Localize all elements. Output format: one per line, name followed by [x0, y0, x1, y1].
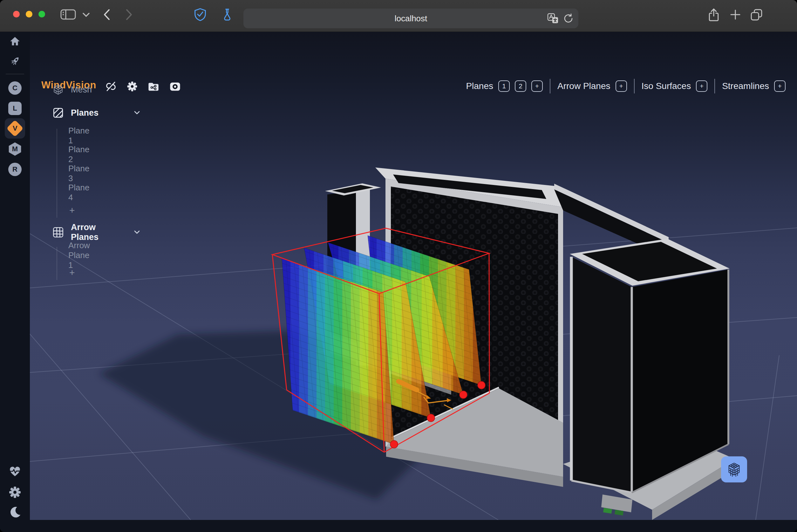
- rail-badge-v-label: V: [13, 124, 18, 133]
- app-page: C L V M R: [0, 32, 797, 532]
- seed-point-4: [478, 381, 485, 389]
- mesh-cube-icon: [53, 84, 64, 95]
- toolbar-chevron-down-icon[interactable]: [83, 13, 90, 17]
- arrow-planes-add-button[interactable]: +: [615, 80, 627, 92]
- experiment-flask-icon[interactable]: [222, 8, 233, 21]
- scene-settings-gear-icon[interactable]: [127, 81, 138, 92]
- rail-badge-c-label: C: [13, 84, 18, 92]
- tree-section-planes[interactable]: Planes: [53, 106, 141, 120]
- arrow-planes-nav-label: Arrow Planes: [557, 81, 610, 91]
- rail-badge-r[interactable]: R: [0, 163, 30, 176]
- tree-item-plane-1[interactable]: Plane 1: [68, 129, 90, 143]
- health-heart-pulse-icon[interactable]: [0, 466, 30, 477]
- nav-separator: [550, 79, 550, 93]
- arrow-planes-chevron-down-icon[interactable]: [133, 228, 141, 237]
- arrow-planes-section-label: Arrow Planes: [71, 223, 126, 242]
- tree-indent-guide: [57, 247, 57, 280]
- screenshot-camera-icon[interactable]: [169, 81, 181, 92]
- visualization-toolbar: Planes 1 2 + Arrow Planes + Iso Surfaces…: [466, 78, 785, 94]
- back-button[interactable]: [103, 9, 111, 20]
- url-text: localhost: [395, 14, 428, 23]
- address-bar[interactable]: localhost: [243, 8, 578, 28]
- tree-item-plane-4[interactable]: Plane 4: [68, 186, 90, 200]
- right-tower: [570, 239, 729, 493]
- minimize-window-button[interactable]: [26, 11, 33, 18]
- nav-group-streamlines: Streamlines +: [722, 80, 785, 92]
- plane-4-label: Plane 4: [68, 183, 90, 203]
- planes-badge-1[interactable]: 1: [498, 80, 510, 92]
- nav-group-arrow-planes: Arrow Planes +: [557, 80, 627, 92]
- settings-gear-icon[interactable]: [0, 486, 30, 499]
- project-folder-git-icon[interactable]: [148, 81, 159, 92]
- streamlines-add-button[interactable]: +: [774, 80, 785, 92]
- home-icon[interactable]: [0, 36, 30, 47]
- plane-3-label: Plane 3: [68, 164, 90, 183]
- new-tab-icon[interactable]: [729, 9, 741, 20]
- planes-chevron-down-icon[interactable]: [133, 108, 141, 117]
- plane-1-label: Plane 1: [68, 126, 90, 146]
- planes-badge-2[interactable]: 2: [515, 80, 526, 92]
- scene-render[interactable]: [30, 32, 797, 520]
- rail-divider: [6, 74, 24, 74]
- add-plane-plus-icon: +: [69, 205, 75, 216]
- tree-item-mesh[interactable]: Mesh: [53, 83, 92, 97]
- close-window-button[interactable]: [13, 11, 20, 18]
- browser-chrome: localhost: [0, 0, 797, 32]
- planes-section-icon: [53, 107, 64, 118]
- add-arrow-plane-plus-icon: +: [69, 267, 75, 278]
- seed-point-1: [390, 440, 398, 448]
- rubik-cube-icon: [725, 460, 743, 478]
- translate-icon[interactable]: [547, 13, 559, 24]
- rocket-icon[interactable]: [0, 55, 30, 68]
- rail-badge-c[interactable]: C: [0, 81, 30, 95]
- streamlines-nav-label: Streamlines: [722, 81, 769, 91]
- tree-item-plane-3[interactable]: Plane 3: [68, 167, 90, 180]
- hide-ui-eye-off-icon[interactable]: [105, 80, 117, 93]
- view-cube-button[interactable]: [721, 456, 747, 482]
- rail-badge-m[interactable]: M: [0, 142, 30, 156]
- rail-badge-v-active[interactable]: V: [0, 118, 30, 138]
- tree-section-arrow-planes[interactable]: Arrow Planes: [53, 225, 141, 239]
- tree-item-plane-2[interactable]: Plane 2: [68, 148, 90, 162]
- mesh-label: Mesh: [71, 85, 92, 95]
- planes-add-button[interactable]: +: [531, 80, 543, 92]
- add-arrow-plane-button[interactable]: +: [69, 266, 75, 280]
- iso-surfaces-add-button[interactable]: +: [696, 80, 707, 92]
- left-rail: C L V M R: [0, 32, 30, 532]
- iso-surfaces-nav-label: Iso Surfaces: [642, 81, 691, 91]
- tree-indent-guide: [57, 129, 57, 218]
- nav-separator: [714, 79, 715, 93]
- arrow-planes-section-icon: [53, 227, 64, 238]
- rail-badge-l-label: L: [13, 104, 17, 113]
- add-plane-button[interactable]: +: [69, 203, 75, 217]
- nav-separator: [634, 79, 634, 93]
- tree-item-arrow-plane-1[interactable]: Arrow Plane 1: [68, 248, 90, 262]
- privacy-shield-icon[interactable]: [194, 8, 207, 21]
- rail-badge-l[interactable]: L: [0, 102, 30, 115]
- rail-badge-r-label: R: [13, 165, 18, 173]
- seed-point-2: [427, 414, 435, 422]
- sidebar-toggle-icon[interactable]: [60, 9, 76, 20]
- browser-window: localhost: [0, 0, 797, 532]
- reload-icon[interactable]: [563, 13, 574, 24]
- maximize-window-button[interactable]: [38, 11, 45, 18]
- nav-group-planes: Planes 1 2 +: [466, 80, 543, 92]
- rail-badge-m-label: M: [12, 145, 18, 153]
- seed-point-3: [459, 391, 467, 399]
- planes-nav-label: Planes: [466, 81, 493, 91]
- planes-section-label: Planes: [71, 108, 98, 118]
- viewport-3d[interactable]: WindVision: [30, 32, 797, 520]
- share-icon[interactable]: [708, 7, 719, 22]
- forward-button[interactable]: [125, 9, 133, 20]
- tab-overview-icon[interactable]: [750, 8, 763, 22]
- plane-2-label: Plane 2: [68, 145, 90, 164]
- page-bottom-strip: [0, 520, 797, 532]
- nav-group-iso-surfaces: Iso Surfaces +: [642, 80, 708, 92]
- dark-mode-moon-icon[interactable]: [0, 506, 30, 519]
